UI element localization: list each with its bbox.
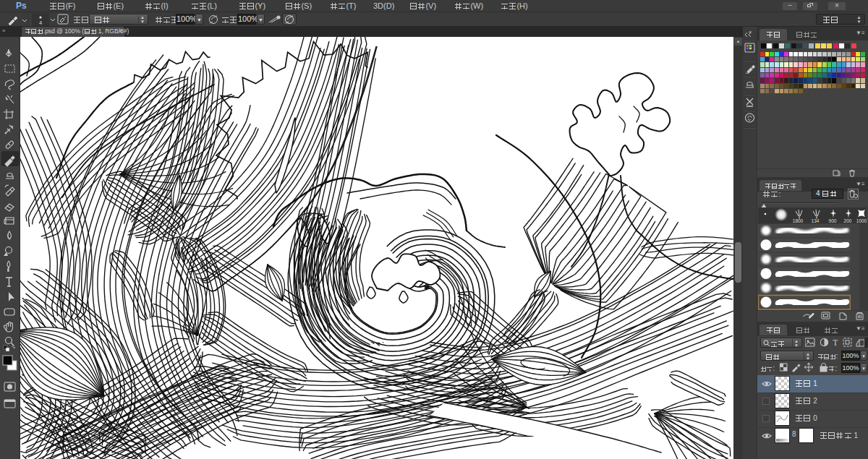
svg-text:900: 900 bbox=[829, 218, 837, 223]
svg-text:200: 200 bbox=[844, 218, 852, 223]
svg-text:1800: 1800 bbox=[793, 218, 804, 223]
svg-text:1000: 1000 bbox=[856, 218, 867, 223]
svg-text:T: T bbox=[833, 338, 838, 348]
svg-text:4: 4 bbox=[39, 20, 42, 26]
svg-text:134: 134 bbox=[812, 218, 820, 223]
